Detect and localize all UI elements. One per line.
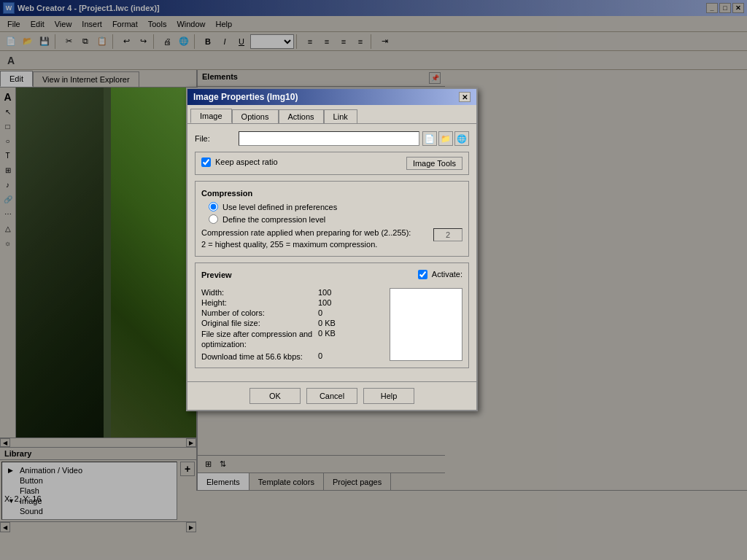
compression-label: Compression <box>201 189 462 198</box>
ok-button[interactable]: OK <box>249 388 301 404</box>
width-label: Width: <box>201 288 318 297</box>
width-row: Width: 100 <box>201 288 384 297</box>
modal-tabs: Image Options Actions Link <box>187 105 476 124</box>
aspect-ratio-checkbox[interactable] <box>201 158 211 167</box>
width-value: 100 <box>318 288 331 297</box>
file-label: File: <box>195 134 239 143</box>
preview-content: Width: 100 Height: 100 Number of colors:… <box>201 288 462 363</box>
aspect-ratio-label: Keep aspect ratio <box>215 158 278 166</box>
modal-tab-actions[interactable]: Actions <box>279 109 324 123</box>
preview-label: Preview <box>201 271 232 279</box>
file-input[interactable] <box>239 131 419 146</box>
help-button[interactable]: Help <box>363 388 414 404</box>
modal-tab-link[interactable]: Link <box>324 109 357 123</box>
radio-define-level-label: Define the compression level <box>222 215 325 224</box>
settings-section: Keep aspect ratio Image Tools <box>195 152 469 175</box>
compress-hint2: 2 = highest quality, 255 = maximum compr… <box>201 240 433 249</box>
modal-close-button[interactable]: ✕ <box>459 92 471 102</box>
compressed-label: File size after compression and optimiza… <box>201 329 318 350</box>
orig-size-label: Original file size: <box>201 319 318 327</box>
modal-title-text: Image Properties (Img10) <box>193 92 298 102</box>
preview-image-box <box>390 288 462 361</box>
cancel-button[interactable]: Cancel <box>306 388 357 404</box>
activate-label: Activate: <box>432 270 462 279</box>
radio-use-prefs-row: Use level defined in preferences <box>209 202 462 211</box>
orig-size-value: 0 KB <box>318 319 336 327</box>
modal-body: File: 📄 📁 🌐 Keep aspect ratio Image Tool… <box>187 124 476 381</box>
height-row: Height: 100 <box>201 298 384 307</box>
file-browse-btn[interactable]: 📁 <box>438 131 453 146</box>
modal-overlay: Image Properties (Img10) ✕ Image Options… <box>0 0 747 560</box>
download-label: Download time at 56.6 kbps: <box>201 351 318 362</box>
modal-title-bar: Image Properties (Img10) ✕ <box>187 89 476 105</box>
download-row: Download time at 56.6 kbps: 0 <box>201 351 384 362</box>
compress-value-input <box>433 228 462 241</box>
aspect-ratio-row: Keep aspect ratio <box>201 158 278 167</box>
compressed-value: 0 KB <box>318 329 336 338</box>
colors-label: Number of colors: <box>201 308 318 317</box>
modal-tab-image[interactable]: Image <box>190 109 232 123</box>
radio-define-level-row: Define the compression level <box>209 214 462 224</box>
radio-define-level[interactable] <box>209 214 218 224</box>
height-label: Height: <box>201 298 318 307</box>
colors-value: 0 <box>318 308 322 317</box>
compress-hint: Compression rate applied when preparing … <box>201 228 433 237</box>
file-row: File: 📄 📁 🌐 <box>195 131 469 146</box>
preview-info: Width: 100 Height: 100 Number of colors:… <box>201 288 384 363</box>
activate-checkbox[interactable] <box>418 270 427 279</box>
radio-use-prefs[interactable] <box>209 202 218 211</box>
colors-row: Number of colors: 0 <box>201 308 384 317</box>
download-value: 0 <box>318 351 322 360</box>
image-tools-button[interactable]: Image Tools <box>406 157 462 170</box>
compression-section: Compression Use level defined in prefere… <box>195 181 469 257</box>
file-icon-btns: 📄 📁 🌐 <box>422 131 469 146</box>
height-value: 100 <box>318 298 331 307</box>
modal-tab-options[interactable]: Options <box>232 109 279 123</box>
modal-image-properties: Image Properties (Img10) ✕ Image Options… <box>186 88 478 411</box>
compressed-row: File size after compression and optimiza… <box>201 329 384 350</box>
modal-footer: OK Cancel Help <box>187 381 476 410</box>
activate-row: Activate: <box>418 270 462 279</box>
file-copy-btn[interactable]: 📄 <box>422 131 437 146</box>
orig-size-row: Original file size: 0 KB <box>201 319 384 327</box>
preview-section: Preview Activate: Width: 100 Height: <box>195 262 469 368</box>
file-web-btn[interactable]: 🌐 <box>454 131 469 146</box>
radio-use-prefs-label: Use level defined in preferences <box>222 203 337 211</box>
